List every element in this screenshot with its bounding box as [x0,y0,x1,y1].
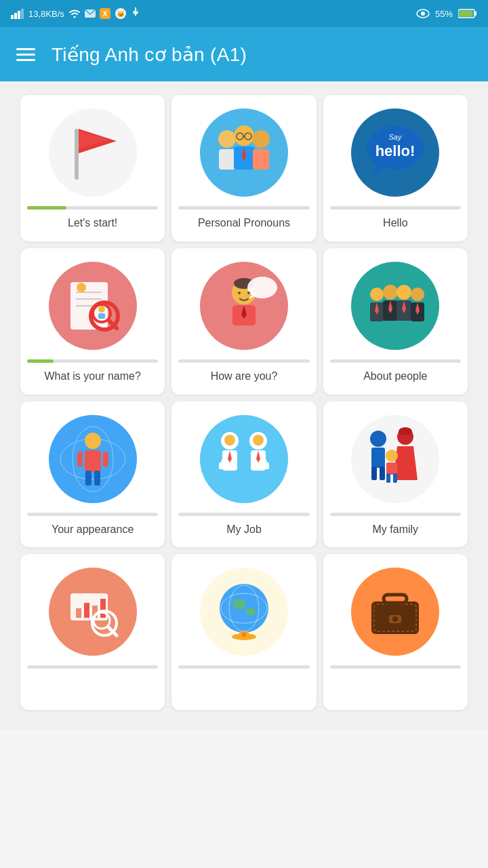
svg-rect-72 [103,452,108,467]
progress-bar-row4-3 [330,665,461,669]
appearance-svg [56,422,130,496]
svg-rect-69 [85,471,92,486]
svg-point-93 [386,450,398,462]
family-svg [358,422,432,496]
icon-what-is-your-name [49,262,137,350]
svg-rect-92 [399,446,412,460]
label-about-people: About people [363,370,427,384]
wifi-icon [68,9,81,18]
app-bar: Tiếng Anh cơ bản (A1) [0,27,488,81]
progress-bar-about-people [330,359,461,363]
progress-bar-pronouns [178,206,309,210]
svg-rect-113 [242,633,246,637]
svg-point-119 [392,616,398,622]
icon-row4-1 [49,568,137,656]
menu-button[interactable] [16,48,35,61]
grid-row-3: Your appearance [20,401,468,548]
svg-rect-99 [76,608,81,618]
icon-lets-start [49,108,137,197]
grid-row-1: Let's start! [20,95,468,241]
app-title: Tiếng Anh cơ bản (A1) [52,43,247,66]
label-lets-start: Let's start! [68,216,117,231]
signal-icon [11,8,24,19]
svg-rect-86 [371,448,385,468]
card-my-family[interactable]: My family [323,401,468,548]
icon-my-family [351,415,439,503]
svg-rect-88 [380,467,385,480]
svg-rect-70 [94,471,100,486]
icon-hello: Say hello! [351,108,439,197]
svg-rect-68 [85,450,101,472]
name-svg [56,269,130,343]
svg-point-4 [73,16,75,18]
svg-rect-1 [14,13,17,19]
svg-point-90 [399,427,412,435]
label-personal-pronouns: Personal Pronouns [198,216,290,231]
progress-bar-name [27,359,158,363]
card-row4-2[interactable] [171,554,316,710]
label-what-is-your-name: What is your name? [45,370,141,384]
svg-point-110 [245,608,256,616]
card-personal-pronouns[interactable]: Personal Pronouns [171,95,316,241]
svg-rect-2 [18,11,20,19]
status-left: 13,8KB/s X 🐱 [11,7,140,20]
eye-icon [416,9,430,18]
progress-fill-name [27,359,54,363]
svg-text:🐱: 🐱 [117,9,125,18]
svg-rect-17 [75,129,79,180]
svg-point-106 [220,584,268,633]
progress-bar-job [178,513,309,516]
svg-point-109 [232,599,246,610]
card-my-job[interactable]: My Job [171,401,316,548]
svg-text:Say: Say [389,133,403,141]
svg-text:X: X [102,10,107,18]
usb-icon [131,7,140,20]
svg-rect-96 [393,473,397,483]
chart-search-svg [56,574,130,649]
content-area: Let's start! [0,81,488,730]
svg-point-51 [247,292,250,294]
card-how-are-you[interactable]: How are you? [171,248,316,395]
network-speed: 13,8KB/s [28,9,64,19]
label-hello: Hello [383,216,407,231]
icon-my-job [200,415,288,503]
flag-svg [56,115,130,190]
battery-icon [458,9,477,18]
card-row4-3[interactable] [323,554,468,710]
svg-point-67 [85,433,101,449]
card-row4-1[interactable] [20,554,165,710]
svg-point-85 [370,431,386,447]
svg-rect-102 [100,599,106,618]
battery-text: 55% [435,9,453,19]
svg-point-41 [98,306,105,313]
label-how-are-you: How are you? [211,370,278,384]
svg-rect-95 [386,473,390,483]
svg-rect-87 [371,467,377,480]
label-your-appearance: Your appearance [52,523,134,537]
progress-bar-family [330,513,461,516]
card-lets-start[interactable]: Let's start! [20,95,165,241]
svg-point-50 [238,292,241,294]
card-hello[interactable]: Say hello! Hello [323,95,468,241]
icon-about-people [351,262,439,350]
icon-row4-3 [351,568,439,656]
card-what-is-your-name[interactable]: What is your name? [20,248,165,395]
pronouns-svg [207,115,281,190]
mail-icon [85,9,96,18]
svg-rect-16 [460,11,473,17]
svg-point-48 [247,277,277,298]
card-about-people[interactable]: About people [323,248,468,395]
svg-rect-0 [11,15,14,19]
status-bar: 13,8KB/s X 🐱 [0,0,488,27]
svg-rect-100 [84,603,89,618]
grid-row-2: What is your name? [20,248,468,395]
svg-point-74 [224,435,235,446]
svg-point-38 [77,283,86,292]
progress-bar-lets-start [27,206,158,210]
svg-rect-3 [21,9,24,19]
wallet-svg [358,574,432,649]
card-your-appearance[interactable]: Your appearance [20,401,165,548]
svg-rect-15 [474,12,476,16]
svg-point-13 [421,12,425,16]
icon-your-appearance [49,415,137,503]
